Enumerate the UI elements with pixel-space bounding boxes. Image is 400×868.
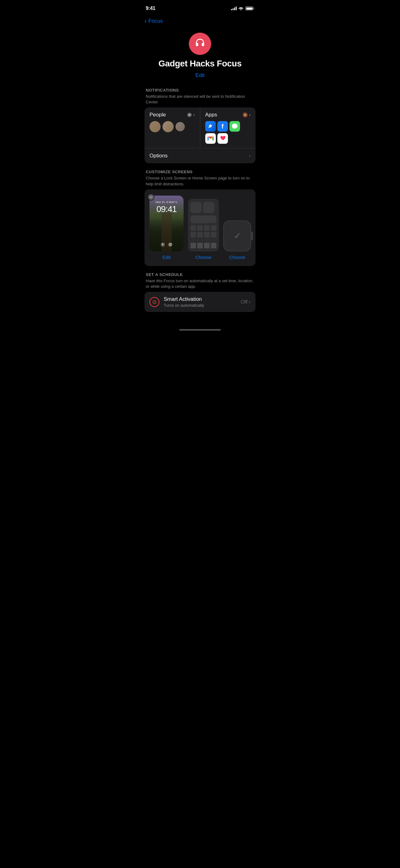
hs-app-8	[211, 232, 216, 238]
apps-cell-header: Apps 🔕 ›	[205, 112, 251, 118]
smart-activation-info: Smart Activation Turns on automatically	[164, 296, 236, 308]
customize-screens-title: CUSTOMIZE SCREENS	[146, 169, 254, 174]
status-time: 9:41	[146, 6, 155, 11]
power-icon-circle	[149, 297, 159, 307]
people-cell-icon: ›	[187, 112, 195, 118]
notifications-desc: Notifications that are silenced will be …	[146, 94, 254, 105]
schedule-header: SET A SCHEDULE Have this Focus turn on a…	[144, 272, 256, 292]
focus-icon-circle	[189, 33, 211, 55]
people-cell[interactable]: People ›	[144, 107, 200, 148]
status-icons	[231, 6, 254, 10]
people-label: People	[149, 112, 166, 118]
hs-app-7	[204, 232, 210, 238]
customize-screens-desc: Choose a Lock Screen or Home Screen page…	[146, 176, 254, 187]
smart-activation-subtitle: Turns on automatically	[164, 303, 236, 308]
watch-mock: ✓	[223, 220, 251, 251]
hs-dock	[190, 243, 216, 248]
options-label: Options	[149, 153, 168, 159]
customize-screens-header: CUSTOMIZE SCREENS Choose a Lock Screen o…	[144, 169, 256, 189]
hs-dock-app-3	[204, 243, 210, 248]
lock-screen-item: − Mon 21, 8 Mon+1 09:41	[149, 195, 184, 260]
apps-label: Apps	[205, 112, 218, 118]
hs-dock-app-2	[197, 243, 203, 248]
hs-top-widgets	[190, 202, 216, 213]
homescreen-mock	[188, 199, 219, 251]
apps-cell-icon: 🔕 ›	[242, 112, 251, 118]
schedule-section: SET A SCHEDULE Have this Focus turn on a…	[139, 272, 261, 318]
lock-screen-icons	[160, 242, 173, 247]
hs-app-6	[197, 232, 203, 238]
hs-widget-2	[203, 202, 214, 213]
schedule-card: Smart Activation Turns on automatically …	[144, 292, 256, 312]
lock-screen-preview: − Mon 21, 8 Mon+1 09:41	[149, 195, 184, 251]
smart-activation-chevron: ›	[249, 299, 251, 305]
lock-time: 09:41	[153, 204, 180, 214]
minus-badge[interactable]: −	[147, 194, 155, 200]
smart-activation-row[interactable]: Smart Activation Turns on automatically …	[144, 292, 256, 312]
app-icon-messages	[229, 121, 240, 132]
notifications-grid: People › A	[144, 107, 256, 163]
people-cell-header: People ›	[149, 112, 195, 118]
hs-dock-app-4	[211, 243, 216, 248]
watch-preview: ✓	[223, 220, 251, 251]
avatar-1	[149, 121, 161, 132]
verified-icon	[187, 113, 192, 117]
focus-edit-button[interactable]: Edit	[195, 72, 204, 79]
notifications-row: People › A	[144, 107, 256, 148]
apps-chevron: ›	[249, 112, 251, 118]
battery-icon	[245, 6, 254, 10]
app-icons-row: A f	[205, 121, 251, 144]
avatar-3	[175, 122, 185, 131]
home-screen-item: Choose	[188, 199, 219, 260]
avatar-2	[163, 121, 174, 132]
lock-camera-icon	[168, 242, 173, 247]
smart-activation-status: Off	[241, 299, 247, 305]
hs-app-4	[211, 225, 216, 231]
options-chevron: ›	[249, 153, 251, 159]
status-bar: 9:41	[139, 0, 261, 15]
svg-point-4	[168, 243, 172, 247]
focus-header: Gadget Hacks Focus Edit	[139, 30, 261, 88]
app-icon-gmail	[205, 133, 216, 144]
lock-screen-image: Mon 21, 8 Mon+1 09:41	[149, 195, 184, 251]
apps-cell[interactable]: Apps 🔕 › A f	[200, 107, 256, 148]
hs-app-3	[204, 225, 210, 231]
hs-widget-wide	[190, 215, 216, 223]
people-avatars	[149, 121, 195, 132]
signal-bars-icon	[231, 6, 237, 10]
home-indicator	[139, 324, 261, 335]
screens-container: − Mon 21, 8 Mon+1 09:41	[144, 189, 256, 266]
home-screen-choose-button[interactable]: Choose	[195, 254, 211, 260]
hs-widget-1	[190, 202, 202, 213]
lock-screen-mock: Mon 21, 8 Mon+1 09:41	[149, 195, 184, 251]
people-chevron: ›	[193, 112, 195, 118]
hs-app-5	[190, 232, 196, 238]
lock-date: Mon 21, 8 Mon+1	[153, 200, 180, 204]
notifications-header: NOTIFICATIONS Notifications that are sil…	[144, 88, 256, 107]
lock-screen-edit-button[interactable]: Edit	[163, 254, 171, 260]
app-icon-facebook: f	[218, 121, 228, 132]
back-button[interactable]: ‹ Focus	[139, 15, 261, 30]
back-label: Focus	[148, 18, 163, 24]
smart-activation-value: Off ›	[241, 299, 251, 305]
watch-crown	[251, 231, 253, 240]
bell-slash-icon: 🔕	[242, 113, 248, 117]
watch-choose-button[interactable]: Choose	[229, 254, 245, 260]
hs-app-1	[190, 225, 196, 231]
wifi-icon	[238, 6, 243, 10]
notifications-title: NOTIFICATIONS	[146, 88, 254, 93]
hs-dock-app-1	[190, 243, 196, 248]
home-screen-preview	[188, 199, 219, 251]
lock-flashlight-icon	[160, 242, 165, 247]
smart-activation-title: Smart Activation	[164, 296, 236, 302]
app-icon-health	[218, 133, 228, 144]
svg-text:A: A	[208, 125, 211, 128]
home-bar	[179, 329, 221, 331]
power-icon	[152, 300, 157, 304]
notifications-section: NOTIFICATIONS Notifications that are sil…	[139, 88, 261, 169]
lock-screen-overlay: Mon 21, 8 Mon+1 09:41	[149, 195, 184, 217]
schedule-desc: Have this Focus turn on automatically at…	[146, 278, 254, 289]
focus-title: Gadget Hacks Focus	[159, 59, 241, 69]
options-row[interactable]: Options ›	[144, 148, 256, 163]
chevron-left-icon: ‹	[144, 18, 147, 25]
